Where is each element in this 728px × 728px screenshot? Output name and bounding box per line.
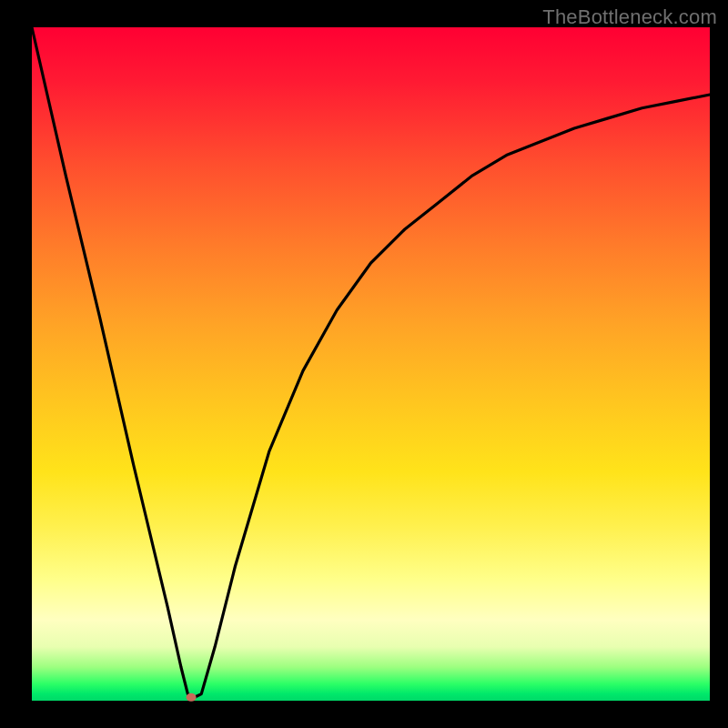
bottleneck-curve — [32, 27, 710, 697]
watermark-text: TheBottleneck.com — [542, 5, 717, 29]
chart-svg — [32, 27, 710, 701]
curve-group — [32, 27, 710, 702]
chart-frame: TheBottleneck.com — [0, 0, 728, 728]
plot-area — [32, 27, 710, 701]
minimum-marker — [187, 693, 197, 702]
